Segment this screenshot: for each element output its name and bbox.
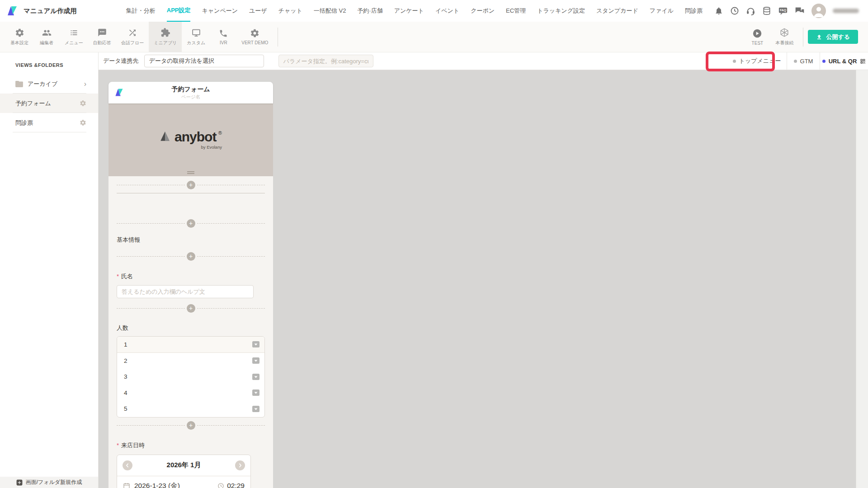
nav-chat[interactable]: チャット: [278, 0, 302, 21]
anybot-wordmark: anybot ® by Evolany: [160, 130, 222, 150]
status-dot: [822, 60, 826, 63]
dropdown-icon[interactable]: [252, 341, 259, 347]
people-option-row[interactable]: 3: [117, 369, 264, 385]
nav-booking-store[interactable]: 予約·店舗: [357, 0, 382, 21]
nav-users[interactable]: ユーザ: [249, 0, 267, 21]
tool-editors[interactable]: 編集者: [33, 22, 60, 52]
item-gear-wrap[interactable]: [80, 100, 86, 107]
history-icon[interactable]: [730, 6, 739, 15]
nav-event[interactable]: イベント: [435, 0, 459, 21]
calendar-prev-button[interactable]: [123, 460, 132, 470]
tool-vert-demo[interactable]: VERT DEMO: [236, 22, 273, 52]
people-option-row[interactable]: 2: [117, 353, 264, 369]
item-gear-wrap[interactable]: [80, 119, 86, 126]
app-toolbar: 基本設定 編集者 メニュー 自動応答 会話フロー ミニアプリ カスタム IVR …: [0, 22, 868, 52]
nav-coupon[interactable]: クーポン: [471, 0, 495, 21]
name-input[interactable]: [117, 285, 254, 298]
tab-url-qr[interactable]: URL & QR: [820, 52, 868, 70]
nav-medical-form[interactable]: 問診票: [685, 0, 703, 21]
faq-icon[interactable]: FAQ: [778, 6, 788, 15]
nav-stampcard[interactable]: スタンプカード: [596, 0, 638, 21]
chat-icon[interactable]: [795, 6, 805, 15]
publish-button[interactable]: 公開する: [808, 30, 858, 44]
add-block-button[interactable]: +: [187, 304, 195, 313]
tool-label: 自動応答: [93, 40, 111, 46]
tool-label: 編集者: [40, 40, 53, 46]
avatar[interactable]: [811, 4, 826, 18]
folder-icon: [15, 81, 23, 87]
production-connect-button[interactable]: 本番接続: [770, 22, 798, 52]
dropdown-icon[interactable]: [252, 374, 259, 380]
field-datetime-label-row[interactable]: *来店日時: [117, 441, 265, 450]
field-people-label[interactable]: 人数: [117, 324, 265, 332]
play-icon: [752, 28, 762, 38]
support-icon[interactable]: [746, 6, 755, 16]
nav-files[interactable]: ファイル: [650, 0, 674, 21]
tool-label: 本番接続: [775, 40, 793, 46]
nav-campaign[interactable]: キャンペーン: [202, 0, 238, 21]
people-option-row[interactable]: 4: [117, 385, 264, 401]
database-icon[interactable]: [762, 6, 771, 15]
chevron-left-icon: [125, 463, 130, 468]
add-block-button[interactable]: +: [187, 219, 195, 228]
selected-date[interactable]: 2026-1-23 (金): [134, 481, 180, 488]
nav-ec[interactable]: EC管理: [506, 0, 526, 21]
tool-mini-app[interactable]: ミニアプリ: [149, 22, 182, 52]
nav-survey[interactable]: アンケート: [394, 0, 424, 21]
sidebar-item-medical-form[interactable]: 問診票: [0, 113, 98, 132]
bell-icon[interactable]: [714, 6, 723, 15]
flow-icon: [127, 28, 137, 38]
nav-tracking[interactable]: トラッキング設定: [537, 0, 585, 21]
people-option-row[interactable]: 1: [117, 337, 264, 353]
add-block-divider: +: [117, 219, 265, 228]
field-name-label: 氏名: [121, 273, 133, 280]
add-block-button[interactable]: +: [187, 181, 195, 189]
nav-broadcast-v2[interactable]: 一括配信 V2: [314, 0, 346, 21]
main-nav: 集計・分析 APP設定 キャンペーン ユーザ チャット 一括配信 V2 予約·店…: [126, 0, 703, 22]
tool-basic-settings[interactable]: 基本設定: [5, 22, 33, 52]
sidebar-item-label: 問診票: [15, 119, 33, 127]
tool-conversation-flow[interactable]: 会話フロー: [116, 22, 149, 52]
data-source-select[interactable]: データの取得方法を選択: [144, 55, 264, 67]
tool-label: 会話フロー: [121, 40, 144, 46]
selected-time: 02:29: [227, 482, 245, 488]
tab-top-menu[interactable]: トップメニュー: [727, 52, 787, 70]
nav-analytics[interactable]: 集計・分析: [126, 0, 156, 21]
sidebar-item-booking-form[interactable]: 予約フォーム: [0, 94, 98, 113]
top-header: マニュアル作成用 集計・分析 APP設定 キャンペーン ユーザ チャット 一括配…: [0, 0, 868, 22]
preview-page-header[interactable]: 予約フォーム ページ名: [108, 82, 273, 103]
qr-code-icon: [860, 58, 866, 64]
add-block-button[interactable]: +: [187, 252, 195, 261]
add-block-button[interactable]: +: [187, 421, 195, 430]
section-label-basic-info[interactable]: 基本情報: [117, 236, 265, 244]
parameter-input[interactable]: [278, 55, 373, 67]
sidebar-item-archive[interactable]: アーカイブ ›: [0, 74, 98, 94]
tool-label: ミニアプリ: [154, 40, 177, 46]
dropdown-icon[interactable]: [252, 389, 259, 396]
gear-icon: [80, 100, 86, 107]
calendar-next-button[interactable]: [235, 460, 245, 470]
tool-custom[interactable]: カスタム: [182, 22, 210, 52]
people-option-value: 4: [124, 389, 127, 396]
divider: [13, 132, 86, 132]
right-info-panel: [856, 52, 868, 488]
tool-ivr[interactable]: IVR: [210, 22, 236, 52]
people-option-row[interactable]: 5: [117, 401, 264, 417]
hero-image-block[interactable]: anybot ® by Evolany: [108, 103, 273, 176]
dropdown-icon[interactable]: [252, 357, 259, 364]
nav-app-settings[interactable]: APP設定: [167, 0, 191, 22]
tool-auto-reply[interactable]: 自動応答: [88, 22, 116, 52]
tab-gtm[interactable]: GTM: [787, 52, 820, 70]
tool-menu[interactable]: メニュー: [60, 22, 88, 52]
field-name-label-row[interactable]: *氏名: [117, 272, 265, 281]
drag-handle[interactable]: [187, 171, 194, 174]
time-wrap[interactable]: 02:29: [217, 482, 245, 488]
test-button[interactable]: TEST: [744, 22, 770, 52]
anybot-reg: ®: [218, 130, 222, 136]
gear-icon: [250, 28, 259, 38]
dropdown-icon[interactable]: [252, 406, 259, 412]
app-title: マニュアル作成用: [24, 7, 77, 15]
new-screen-folder-button[interactable]: 画面/フォルダ新規作成: [0, 477, 98, 488]
toolbar-divider: [278, 28, 278, 47]
tool-label: VERT DEMO: [241, 40, 268, 45]
